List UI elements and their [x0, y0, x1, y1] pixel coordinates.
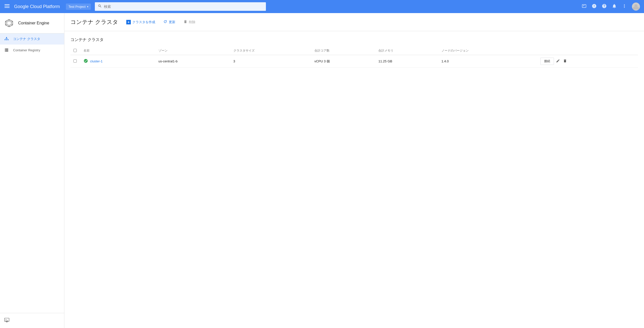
- col-node-version: ノードのバージョン: [438, 47, 538, 55]
- cluster-name-link[interactable]: cluster-1: [90, 59, 103, 63]
- svg-point-15: [6, 39, 7, 40]
- delete-icon: [183, 20, 187, 24]
- registry-icon: [4, 48, 9, 53]
- row-cluster-size: 3: [230, 55, 311, 68]
- row-name-cell: cluster-1: [80, 55, 155, 68]
- project-name: Test Project: [68, 5, 86, 9]
- topbar: Google Cloud Platform Test Project ▾: [0, 0, 644, 13]
- sidebar-item-registry-label: Container Registry: [13, 48, 40, 52]
- svg-point-12: [6, 37, 7, 38]
- avatar[interactable]: [632, 3, 640, 11]
- row-actions-cell: 接続: [537, 55, 638, 68]
- topbar-right-icons: [582, 3, 640, 11]
- svg-rect-2: [5, 7, 10, 8]
- svg-rect-25: [5, 318, 9, 321]
- console-icon[interactable]: [4, 318, 10, 324]
- refresh-label: 更新: [169, 20, 175, 24]
- col-total-cores: 合計コア数: [311, 47, 376, 55]
- sidebar-bottom: [0, 313, 64, 328]
- cloud-shell-icon[interactable]: [582, 4, 587, 10]
- select-all-checkbox[interactable]: [73, 49, 77, 52]
- delete-label: 削除: [189, 20, 195, 24]
- status-icon: [84, 59, 88, 64]
- svg-point-14: [8, 39, 9, 40]
- header-actions: + クラスタを作成 更新: [124, 18, 197, 26]
- sidebar-title: Container Engine: [18, 21, 49, 25]
- svg-line-17: [7, 38, 8, 39]
- table-section: コンテナ クラスタ 名前 ゾーン クラスタサイズ 合計コア数 合計メモリ ノード…: [64, 31, 644, 74]
- refresh-button[interactable]: 更新: [161, 18, 177, 26]
- sidebar: Container Engine コンテナ クラスタ: [0, 13, 64, 328]
- project-selector[interactable]: Test Project ▾: [66, 4, 91, 10]
- svg-marker-5: [7, 21, 11, 25]
- sidebar-item-container-cluster[interactable]: コンテナ クラスタ: [0, 33, 64, 45]
- sidebar-header: Container Engine: [0, 13, 64, 33]
- svg-point-13: [5, 39, 6, 40]
- create-cluster-button[interactable]: + クラスタを作成: [124, 18, 157, 26]
- search-icon: [98, 4, 102, 9]
- cluster-icon: [4, 36, 9, 42]
- col-cluster-size: クラスタサイズ: [230, 47, 311, 55]
- col-actions: [537, 47, 638, 55]
- row-node-version: 1.4.0: [438, 55, 538, 68]
- row-checkbox[interactable]: [73, 59, 77, 63]
- refresh-icon: [163, 20, 167, 24]
- col-total-memory: 合計メモリ: [375, 47, 438, 55]
- create-cluster-label: クラスタを作成: [132, 20, 155, 24]
- app-title: Google Cloud Platform: [14, 4, 60, 9]
- main-layout: Container Engine コンテナ クラスタ: [0, 13, 644, 328]
- header-checkbox-cell: [70, 47, 80, 55]
- cluster-table: 名前 ゾーン クラスタサイズ 合計コア数 合計メモリ ノードのバージョン: [70, 47, 638, 68]
- connect-button[interactable]: 接続: [540, 58, 554, 65]
- row-checkbox-cell: [70, 55, 80, 68]
- alerts-icon[interactable]: [592, 4, 597, 10]
- plus-icon: +: [126, 20, 131, 24]
- content-header: コンテナ クラスタ + クラスタを作成 更新: [64, 13, 644, 31]
- help-icon[interactable]: [602, 4, 607, 10]
- svg-rect-23: [5, 50, 6, 50]
- sidebar-item-container-registry[interactable]: Container Registry: [0, 45, 64, 56]
- svg-rect-24: [5, 51, 6, 51]
- notifications-icon[interactable]: [612, 4, 617, 10]
- row-delete-button[interactable]: [562, 58, 568, 65]
- content-area: コンテナ クラスタ + クラスタを作成 更新: [64, 13, 644, 328]
- svg-rect-22: [5, 49, 6, 49]
- search-bar: [95, 2, 266, 11]
- row-total-cores: vCPU 3 個: [311, 55, 376, 68]
- menu-icon[interactable]: [4, 4, 10, 10]
- svg-rect-1: [5, 6, 10, 6]
- project-dropdown-arrow: ▾: [87, 5, 88, 8]
- search-input[interactable]: [104, 5, 263, 9]
- row-total-memory: 11.25 GB: [375, 55, 438, 68]
- delete-button[interactable]: 削除: [181, 18, 197, 26]
- edit-button[interactable]: [555, 58, 561, 65]
- more-options-icon[interactable]: [622, 4, 627, 10]
- row-zone: us-central1-b: [155, 55, 230, 68]
- table-row: cluster-1 us-central1-b 3 vCPU 3 個 11.25…: [70, 55, 638, 68]
- table-section-title: コンテナ クラスタ: [70, 37, 638, 43]
- page-title: コンテナ クラスタ: [70, 18, 118, 26]
- svg-line-16: [5, 38, 7, 39]
- col-zone: ゾーン: [155, 47, 230, 55]
- svg-rect-0: [5, 4, 10, 5]
- col-name: 名前: [80, 47, 155, 55]
- container-engine-icon: [4, 18, 14, 28]
- sidebar-item-cluster-label: コンテナ クラスタ: [13, 37, 40, 41]
